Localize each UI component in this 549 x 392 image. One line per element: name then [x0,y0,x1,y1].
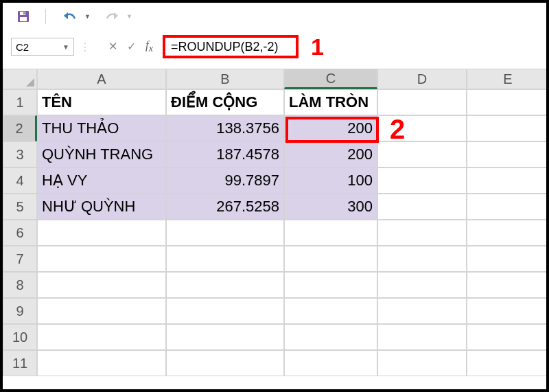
col-header-B[interactable]: B [166,69,284,89]
cell-C5[interactable]: 300 [284,194,377,220]
cell-A4[interactable]: HẠ VY [37,168,166,194]
formula-input[interactable]: =ROUNDUP(B2,-2) [163,35,299,58]
cell-E7[interactable] [467,246,549,272]
row-header-11[interactable]: 11 [3,350,37,376]
cell-A9[interactable] [37,298,166,324]
cell-B8[interactable] [166,272,284,298]
chevron-down-icon[interactable]: ▼ [62,43,69,51]
separator [45,9,46,24]
cell-D9[interactable] [377,298,467,324]
col-header-D[interactable]: D [377,69,467,89]
cell-D11[interactable] [377,350,467,376]
cell-D3[interactable] [377,141,467,168]
redo-dropdown-icon[interactable]: ▼ [126,13,132,20]
cell-D4[interactable] [377,168,467,194]
cell-C8[interactable] [284,272,377,298]
cell-A3[interactable]: QUỲNH TRANG [37,141,166,168]
formula-controls: ✕ ✓ fx [108,38,153,54]
cell-A2[interactable]: THU THẢO [37,115,166,141]
cell-E3[interactable] [467,141,549,168]
undo-dropdown-icon[interactable]: ▼ [84,13,91,20]
cell-E4[interactable] [467,168,549,194]
cell-C7[interactable] [284,246,377,272]
cell-D8[interactable] [377,272,467,298]
annotation-1: 1 [311,34,324,60]
col-header-E[interactable]: E [467,69,549,89]
cancel-icon[interactable]: ✕ [108,40,117,53]
row-header-5[interactable]: 5 [3,194,37,220]
cell-D10[interactable] [377,324,467,350]
formula-bar-row: C2 ▼ ⋮ ✕ ✓ fx =ROUNDUP(B2,-2) 1 [3,34,546,59]
col-header-A[interactable]: A [37,69,166,89]
name-box[interactable]: C2 ▼ [11,38,74,56]
name-box-value: C2 [16,41,29,53]
cell-E10[interactable] [467,324,549,350]
cell-B11[interactable] [166,350,284,376]
cell-B5[interactable]: 267.5258 [166,194,284,220]
redo-icon[interactable] [103,10,121,23]
cell-A6[interactable] [37,220,166,246]
cell-E8[interactable] [467,272,549,298]
cell-C9[interactable] [284,298,377,324]
row-header-7[interactable]: 7 [3,246,37,272]
svg-rect-3 [23,12,25,14]
cell-B1[interactable]: ĐIỂM CỘNG [166,89,284,115]
cell-A11[interactable] [37,350,166,376]
col-header-C[interactable]: C [284,69,377,89]
cell-A1[interactable]: TÊN [37,89,166,115]
cell-E5[interactable] [467,194,549,220]
cell-C1[interactable]: LÀM TRÒN [284,89,377,115]
cell-B10[interactable] [166,324,284,350]
row-header-2[interactable]: 2 [3,115,37,141]
cell-B9[interactable] [166,298,284,324]
cell-B7[interactable] [166,246,284,272]
cell-E11[interactable] [467,350,549,376]
row-header-1[interactable]: 1 [3,89,37,115]
cell-C4[interactable]: 100 [284,168,377,194]
cell-E9[interactable] [467,298,549,324]
cell-C3[interactable]: 200 [284,141,377,168]
row-header-10[interactable]: 10 [3,324,37,350]
cell-A8[interactable] [37,272,166,298]
select-all-corner[interactable] [3,69,37,89]
cell-C10[interactable] [284,324,377,350]
cell-D6[interactable] [377,220,467,246]
cell-E6[interactable] [467,220,549,246]
cell-C6[interactable] [284,220,377,246]
spreadsheet-grid[interactable]: A B C D E 1 TÊN ĐIỂM CỘNG LÀM TRÒN 2 THU… [3,69,546,376]
cell-E2[interactable] [467,115,549,141]
fx-icon[interactable]: fx [145,38,153,54]
quick-access-toolbar: ▼ ▼ [3,3,546,30]
cell-C2[interactable]: 200 [284,115,377,141]
cell-E1[interactable] [467,89,549,115]
svg-rect-2 [20,17,27,21]
cell-A7[interactable] [37,246,166,272]
cell-D1[interactable] [377,89,467,115]
cell-D7[interactable] [377,246,467,272]
cell-C11[interactable] [284,350,377,376]
formula-text: =ROUNDUP(B2,-2) [171,40,279,54]
cell-B4[interactable]: 99.7897 [166,168,284,194]
cell-B2[interactable]: 138.3756 [166,115,284,141]
save-icon[interactable] [16,10,30,23]
row-header-4[interactable]: 4 [3,168,37,194]
row-header-8[interactable]: 8 [3,272,37,298]
cell-D5[interactable] [377,194,467,220]
undo-icon[interactable] [61,10,79,23]
row-header-9[interactable]: 9 [3,298,37,324]
cell-B6[interactable] [166,220,284,246]
row-header-6[interactable]: 6 [3,220,37,246]
cell-A5[interactable]: NHƯ QUỲNH [37,194,166,220]
cell-B3[interactable]: 187.4578 [166,141,284,168]
row-header-3[interactable]: 3 [3,141,37,168]
cell-A10[interactable] [37,324,166,350]
annotation-2: 2 [390,114,405,145]
enter-icon[interactable]: ✓ [127,40,136,53]
